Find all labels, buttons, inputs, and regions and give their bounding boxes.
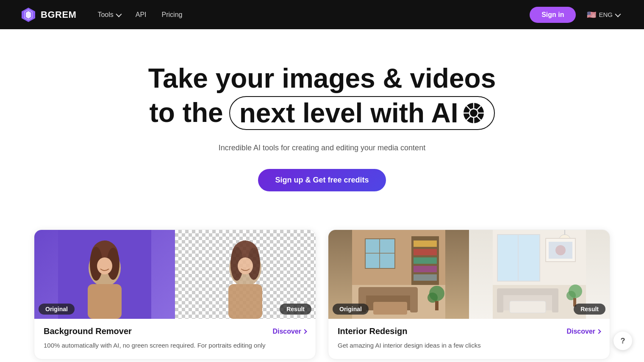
cta-button[interactable]: Sign up & Get free credits [258,169,386,191]
nav-links: Tools API Pricing [92,8,188,21]
bg-remover-content: Background Remover Discover 100% automat… [34,319,316,359]
ai-badge-text: next level with AI [239,99,458,127]
svg-rect-47 [435,301,439,310]
hero-title-prefix: to the [149,97,223,129]
interior-redesign-card: Original [328,229,610,359]
svg-rect-53 [497,234,498,282]
logo-icon [20,7,36,23]
svg-rect-16 [88,284,122,319]
svg-rect-31 [394,238,395,269]
interior-discover-label: Discover [566,328,595,335]
ai-badge: next level with AI [229,96,495,130]
svg-rect-62 [510,301,546,313]
svg-rect-38 [414,266,437,272]
language-selector[interactable]: 🇺🇸 ENG [583,8,624,21]
interior-result: Result [469,230,610,319]
bg-remover-image: Original Result [34,230,316,319]
chevron-down-icon [615,11,621,17]
svg-rect-39 [414,274,437,281]
svg-point-17 [97,257,112,274]
language-label: ENG [599,11,613,18]
svg-rect-30 [365,238,366,269]
bg-remover-result: Result [175,230,316,319]
svg-point-24 [238,257,253,274]
interior-desc: Get amazing AI interior design ideas in … [338,340,600,350]
interior-original-label: Original [333,304,369,315]
original-label: Original [39,304,75,315]
help-button[interactable]: ? [613,332,632,350]
hero-title-line1: Take your images & videos [8,63,636,94]
bg-remover-discover-link[interactable]: Discover [272,328,306,335]
hero-title-line2: to the next level with AI [8,96,636,130]
svg-point-68 [555,245,566,255]
navbar-right: Sign in 🇺🇸 ENG [530,7,624,23]
svg-rect-41 [358,287,418,296]
bg-remover-title: Background Remover [44,326,132,336]
logo-text: BGREM [41,9,76,20]
tools-nav-link[interactable]: Tools [92,8,126,21]
camera-icon [463,102,485,124]
cards-section: Original Result Backgr [0,213,644,362]
svg-rect-37 [414,257,437,264]
logo[interactable]: BGREM [20,7,76,23]
interior-result-label: Result [574,304,605,315]
bg-remover-card: Original Result Backgr [34,229,316,359]
svg-rect-35 [414,240,437,247]
api-nav-link[interactable]: API [130,8,153,21]
interior-content: Interior Redesign Discover Get amazing A… [328,319,610,359]
signin-button[interactable]: Sign in [530,7,576,23]
navbar-left: BGREM Tools API Pricing [20,7,188,23]
interior-image: Original [328,230,610,319]
svg-rect-36 [414,249,437,255]
svg-rect-54 [539,234,540,282]
result-label: Result [280,304,311,315]
interior-header: Interior Redesign Discover [338,326,600,336]
interior-title: Interior Redesign [338,326,407,336]
bg-remover-original: Original [34,230,175,319]
help-icon: ? [621,337,625,345]
svg-rect-59 [497,288,558,295]
chevron-down-icon [116,11,122,17]
hero-section: Take your images & videos to the next le… [0,29,644,213]
svg-rect-43 [410,289,418,312]
bg-remover-discover-label: Discover [272,328,301,335]
svg-rect-60 [497,291,503,312]
svg-rect-61 [552,291,558,312]
navbar: BGREM Tools API Pricing Sign in 🇺🇸 ENG [0,0,644,29]
bg-remover-header: Background Remover Discover [44,326,306,336]
arrow-right-icon [302,329,307,334]
svg-rect-44 [373,302,407,315]
interior-discover-link[interactable]: Discover [566,328,600,335]
arrow-right-icon [596,329,601,334]
interior-original: Original [328,230,469,319]
flag-icon: 🇺🇸 [587,11,596,18]
hero-subtitle: Incredible AI tools for creating and edi… [212,142,432,154]
bg-remover-desc: 100% automatically with AI, no green scr… [44,340,306,350]
pricing-nav-link[interactable]: Pricing [156,8,189,21]
svg-rect-23 [228,284,262,319]
